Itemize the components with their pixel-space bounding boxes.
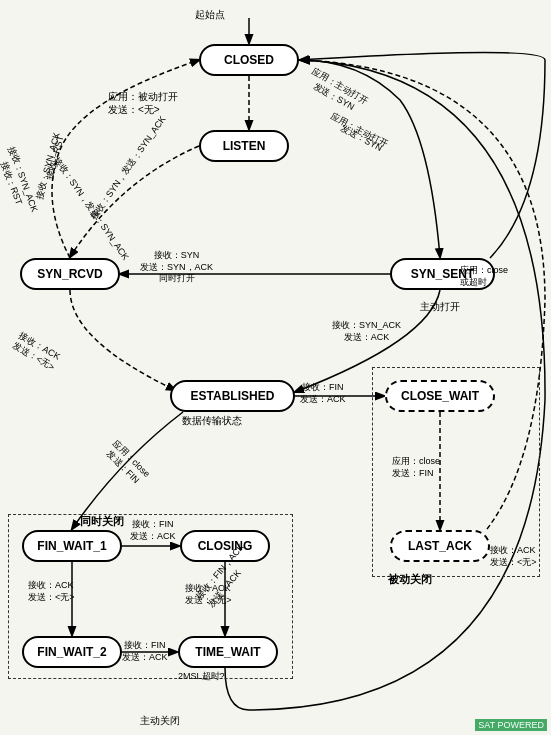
active-open-label: 应用：主动打开发送：SYN xyxy=(303,66,369,118)
listen-to-syn-rcvd-label: 接收：SYN，发送：SYN_ACK xyxy=(50,155,130,263)
simultaneous-close-label: 同时关闭 xyxy=(80,514,124,529)
svg-text:发送：SYN: 发送：SYN xyxy=(339,123,384,153)
svg-text:应用：主动打开: 应用：主动打开 xyxy=(329,111,389,149)
syn-sent-est-label: 接收：SYN_ACK发送：ACK xyxy=(332,320,401,343)
svg-text:接收：SYN，发送：SYN_ACK: 接收：SYN，发送：SYN_ACK xyxy=(88,114,167,221)
fin-wait1-closing-label: 接收：FIN发送：ACK xyxy=(130,519,176,542)
active-open-side-label: 主动打开 xyxy=(420,300,460,313)
state-time-wait: TIME_WAIT xyxy=(178,636,278,668)
closing-time-wait-label: 接收：ACK发送：<无> xyxy=(185,583,232,606)
last-ack-closed-label: 接收：ACK发送：<无> xyxy=(490,545,537,568)
fin-wait1-fin-wait2-label: 接收：ACK发送：<无> xyxy=(28,580,75,603)
state-fin-wait2: FIN_WAIT_2 xyxy=(22,636,122,668)
syn-rcvd-est-label: 接收：ACK发送：<无> xyxy=(10,330,62,374)
close-wait-last-ack-label: 应用：close发送：FIN xyxy=(392,456,440,479)
sim-open-label: 接收：SYN发送：SYN，ACK同时打开 xyxy=(140,250,213,285)
state-close-wait: CLOSE_WAIT xyxy=(385,380,495,412)
state-fin-wait1: FIN_WAIT_1 xyxy=(22,530,122,562)
data-transfer-label: 数据传输状态 xyxy=(182,414,242,427)
time-wait-2msl-label: 2MSL超时? xyxy=(178,671,225,683)
watermark: SAT POWERED xyxy=(475,719,547,731)
state-listen: LISTEN xyxy=(199,130,289,162)
passive-open-label: 应用：被动打开发送：<无> xyxy=(108,90,178,116)
state-closed: CLOSED xyxy=(199,44,299,76)
est-fin-wait1-label: 应用：close发送：FIN xyxy=(101,438,151,488)
passive-close-label: 被动关闭 xyxy=(388,572,432,587)
active-close-bottom-label: 主动关闭 xyxy=(140,714,180,727)
state-syn-rcvd: SYN_RCVD xyxy=(20,258,120,290)
state-last-ack: LAST_ACK xyxy=(390,530,490,562)
tcp-state-diagram: CLOSED LISTEN SYN_RCVD SYN_SENT ESTABLIS… xyxy=(0,0,551,735)
start-label: 起始点 xyxy=(195,8,225,21)
syn-rcvd-to-closed-label: 接收：SYN_ACK接收：RST xyxy=(0,145,40,218)
fin-wait2-time-wait-label: 接收：FIN发送：ACK xyxy=(122,640,168,663)
est-close-wait-label: 接收：FIN发送：ACK xyxy=(300,382,346,405)
syn-sent-close-label: 应用：close或超时 xyxy=(460,265,508,288)
state-established: ESTABLISHED xyxy=(170,380,295,412)
state-closing: CLOSING xyxy=(180,530,270,562)
